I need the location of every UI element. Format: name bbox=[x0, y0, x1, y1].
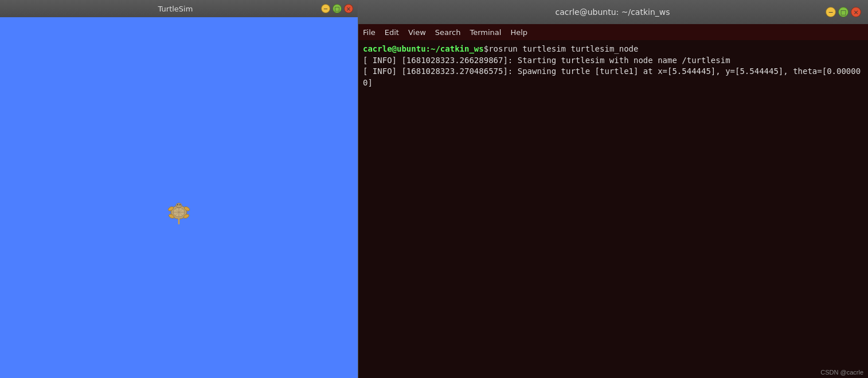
terminal-titlebar: cacrle@ubuntu: ~/catkin_ws − □ × bbox=[358, 0, 868, 24]
prompt-user-host: cacrle@ubuntu: bbox=[363, 44, 431, 55]
svg-point-8 bbox=[179, 204, 181, 205]
terminal-menubar: File Edit View Search Terminal Help bbox=[358, 24, 868, 40]
turtlesim-title: TurtleSim bbox=[30, 5, 321, 13]
terminal-window: cacrle@ubuntu: ~/catkin_ws − □ × File Ed… bbox=[358, 0, 868, 378]
terminal-line-2: [ INFO] [1681028323.270486575]: Spawning… bbox=[363, 66, 863, 88]
menu-search[interactable]: Search bbox=[435, 28, 461, 37]
menu-file[interactable]: File bbox=[363, 28, 376, 37]
turtlesim-maximize-button[interactable]: □ bbox=[333, 4, 342, 13]
turtlesim-window-controls: − □ × bbox=[321, 4, 353, 13]
menu-terminal[interactable]: Terminal bbox=[470, 28, 501, 37]
terminal-body[interactable]: cacrle@ubuntu:~/catkin_ws$ rosrun turtle… bbox=[358, 40, 868, 378]
menu-view[interactable]: View bbox=[408, 28, 426, 37]
prompt-path: ~/catkin_ws bbox=[431, 44, 484, 55]
terminal-close-button[interactable]: × bbox=[851, 7, 861, 17]
prompt-line: cacrle@ubuntu:~/catkin_ws$ rosrun turtle… bbox=[363, 44, 863, 55]
terminal-window-controls: − □ × bbox=[826, 7, 861, 17]
prompt-command: rosrun turtlesim turtlesim_node bbox=[488, 44, 638, 55]
turtlesim-titlebar: TurtleSim − □ × bbox=[0, 0, 358, 17]
menu-edit[interactable]: Edit bbox=[385, 28, 399, 37]
turtlesim-window: TurtleSim − □ × bbox=[0, 0, 358, 378]
terminal-title: cacrle@ubuntu: ~/catkin_ws bbox=[400, 7, 826, 17]
terminal-minimize-button[interactable]: − bbox=[826, 7, 836, 17]
prompt-dollar: $ bbox=[484, 44, 488, 55]
svg-point-7 bbox=[177, 204, 178, 205]
turtlesim-canvas bbox=[0, 17, 358, 378]
terminal-maximize-button[interactable]: □ bbox=[838, 7, 849, 17]
svg-point-6 bbox=[176, 203, 182, 208]
turtlesim-minimize-button[interactable]: − bbox=[321, 4, 330, 13]
turtle-sprite bbox=[163, 195, 195, 227]
turtlesim-close-button[interactable]: × bbox=[344, 4, 353, 13]
menu-help[interactable]: Help bbox=[510, 28, 527, 37]
terminal-line-1: [ INFO] [1681028323.266289867]: Starting… bbox=[363, 55, 863, 67]
watermark: CSDN @cacrle bbox=[820, 369, 863, 376]
